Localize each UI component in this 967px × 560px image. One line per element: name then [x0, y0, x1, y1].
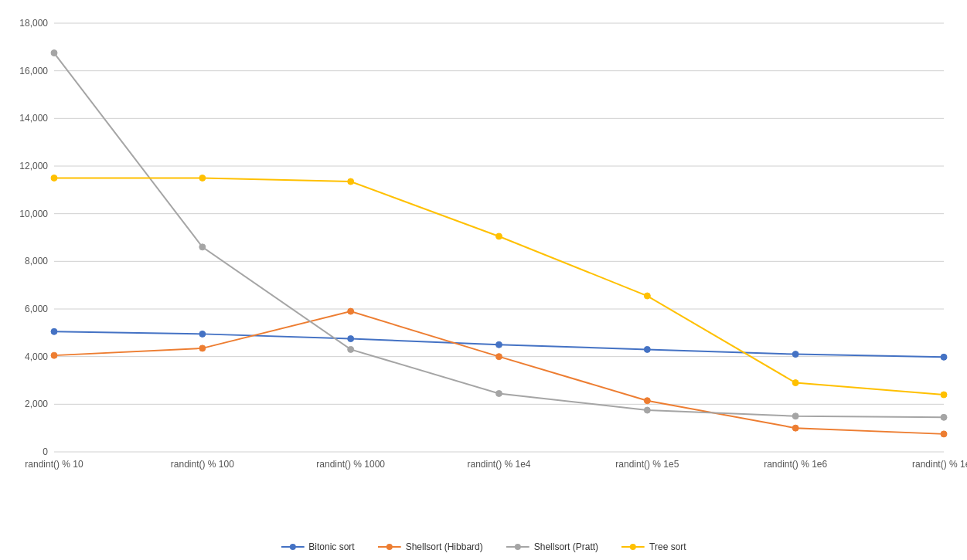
svg-text:6,000: 6,000 [25, 304, 48, 314]
svg-point-60 [515, 544, 521, 550]
legend-label: Shellsort (Hibbard) [406, 541, 483, 552]
legend-line-icon [281, 542, 304, 552]
svg-text:randint() % 100: randint() % 100 [171, 459, 234, 470]
svg-point-42 [199, 244, 206, 250]
svg-point-53 [792, 380, 798, 386]
legend-item-2: Shellsort (Pratt) [506, 541, 598, 552]
svg-point-27 [51, 328, 57, 334]
svg-text:12,000: 12,000 [19, 161, 48, 171]
svg-point-28 [199, 331, 206, 337]
svg-point-36 [348, 308, 354, 314]
svg-text:randint() % 1000: randint() % 1000 [316, 459, 385, 470]
svg-point-31 [644, 346, 650, 352]
svg-point-51 [496, 233, 502, 239]
legend-item-0: Bitonic sort [281, 541, 354, 552]
legend-line-icon [621, 542, 645, 552]
svg-point-30 [496, 341, 502, 348]
svg-point-48 [51, 175, 57, 181]
svg-point-58 [386, 544, 393, 550]
svg-point-52 [644, 293, 650, 299]
svg-text:randint() % 10: randint() % 10 [25, 459, 83, 470]
svg-text:randint() % 1e4: randint() % 1e4 [467, 459, 530, 470]
legend-line-icon [378, 542, 401, 552]
svg-text:randint() % 1e5: randint() % 1e5 [615, 459, 679, 470]
chart-container: 02,0004,0006,0008,00010,00012,00014,0001… [0, 0, 967, 560]
svg-point-33 [941, 354, 947, 360]
legend-item-3: Tree sort [621, 541, 686, 552]
svg-point-45 [644, 407, 650, 413]
svg-text:14,000: 14,000 [19, 113, 48, 124]
svg-point-38 [644, 398, 650, 404]
svg-text:8,000: 8,000 [25, 256, 48, 266]
svg-text:18,000: 18,000 [19, 18, 48, 29]
svg-point-37 [496, 354, 502, 360]
legend-item-1: Shellsort (Hibbard) [378, 541, 483, 552]
svg-point-40 [941, 431, 947, 437]
chart-area: 02,0004,0006,0008,00010,00012,00014,0001… [54, 15, 952, 483]
svg-point-34 [51, 352, 57, 358]
legend-label: Tree sort [649, 541, 686, 552]
svg-point-49 [199, 175, 206, 181]
svg-point-47 [941, 414, 947, 420]
svg-point-32 [792, 351, 798, 358]
svg-point-29 [348, 336, 354, 342]
svg-text:0: 0 [43, 446, 48, 457]
svg-text:16,000: 16,000 [19, 66, 48, 76]
svg-text:4,000: 4,000 [25, 351, 48, 362]
svg-text:10,000: 10,000 [19, 209, 48, 219]
svg-point-62 [630, 544, 636, 550]
legend-label: Shellsort (Pratt) [534, 541, 598, 552]
svg-point-35 [199, 345, 206, 351]
legend-line-icon [506, 542, 529, 552]
svg-point-43 [348, 346, 354, 352]
legend-label: Bitonic sort [308, 541, 354, 552]
svg-point-56 [289, 544, 295, 550]
svg-point-39 [792, 425, 798, 431]
svg-text:randint() % 1e7: randint() % 1e7 [912, 459, 967, 470]
chart-legend: Bitonic sortShellsort (Hibbard)Shellsort… [281, 541, 686, 552]
svg-point-50 [348, 178, 354, 185]
chart-svg: 02,0004,0006,0008,00010,00012,00014,0001… [54, 15, 952, 483]
svg-point-54 [941, 392, 947, 398]
svg-point-41 [51, 50, 57, 56]
svg-point-46 [792, 413, 798, 419]
svg-point-44 [496, 390, 502, 396]
svg-text:randint() % 1e6: randint() % 1e6 [764, 459, 827, 470]
svg-text:2,000: 2,000 [25, 399, 48, 409]
